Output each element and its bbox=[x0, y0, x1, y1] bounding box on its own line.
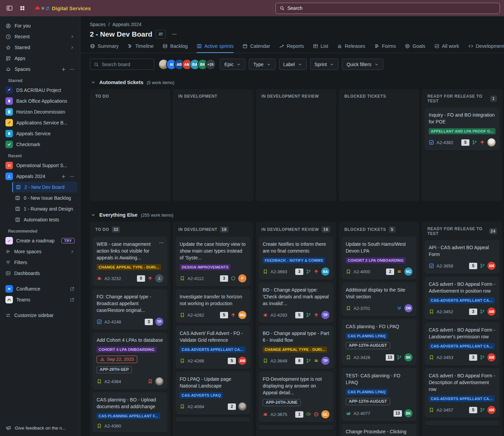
issue-card[interactable]: Update the case history view to show mai… bbox=[176, 237, 250, 286]
assignee-avatar[interactable]: GL bbox=[321, 410, 329, 418]
assignee-avatar[interactable]: OR bbox=[404, 304, 412, 312]
issue-card[interactable]: Investigate transfer to horizon not work… bbox=[176, 289, 250, 323]
global-search-input[interactable] bbox=[287, 5, 496, 11]
assignee-avatar[interactable]: BK bbox=[404, 409, 412, 417]
assignee-avatar[interactable]: AM bbox=[238, 357, 246, 365]
board-search[interactable] bbox=[90, 59, 154, 70]
issue-card[interactable]: BO - Change appeal type - Part 6 - Inval… bbox=[259, 326, 334, 369]
ellipsis-icon[interactable] bbox=[69, 174, 75, 179]
assignee-avatar[interactable]: AM bbox=[487, 262, 496, 270]
breadcrumb-project[interactable]: Appeals 2024 bbox=[113, 22, 142, 27]
breadcrumb-spaces[interactable]: Spaces bbox=[90, 22, 106, 27]
issue-card[interactable]: BO - Change Appeal type: 'Check details … bbox=[259, 282, 334, 323]
sidebar-space-appeals-2024[interactable]: Appeals 2024 bbox=[3, 171, 77, 182]
app-switcher-button[interactable] bbox=[17, 3, 28, 14]
app-logo[interactable]: Digital Services bbox=[35, 5, 91, 11]
issue-card[interactable]: API - CAS advert BO Appeal FormA2-38585A… bbox=[425, 240, 500, 274]
sidebar-item-teams[interactable]: Teams bbox=[3, 294, 77, 305]
global-search[interactable] bbox=[276, 3, 500, 14]
sidebar-project-item[interactable]: Back Office Applications bbox=[3, 96, 77, 106]
assignee-avatar[interactable]: AM bbox=[487, 308, 496, 316]
issue-card[interactable]: CAS planning - BO - Upload documents and… bbox=[93, 392, 167, 433]
sidebar-board-item[interactable]: 1 - Runway and Design bbox=[12, 203, 77, 214]
sidebar-project-item[interactable]: Horizon Decommission bbox=[3, 106, 77, 117]
issue-card[interactable]: Create Notifies to inform there are no f… bbox=[259, 237, 334, 280]
issue-card[interactable]: WEB - case management action links not v… bbox=[93, 237, 167, 286]
plus-icon[interactable] bbox=[61, 174, 66, 179]
assignee-avatar[interactable]: BK bbox=[404, 353, 412, 361]
avatar-overflow[interactable]: +26 bbox=[206, 60, 215, 69]
filter-dropdown-label[interactable]: Label bbox=[279, 59, 307, 70]
sidebar-project-item[interactable]: Operational Support S... bbox=[3, 160, 77, 171]
swimlane-header[interactable]: Everything Else(255 work items) bbox=[90, 209, 504, 222]
ellipsis-icon[interactable] bbox=[69, 67, 75, 72]
tab-backlog[interactable]: Backlog bbox=[162, 43, 188, 53]
sidebar-item-apps[interactable]: Apps bbox=[3, 53, 77, 64]
tab-summary[interactable]: Summary bbox=[90, 43, 119, 53]
issue-card[interactable]: Inquiry - FO and BO integration for POEA… bbox=[425, 107, 500, 151]
issue-card[interactable]: FO: Change appeal type - Broadcast appel… bbox=[93, 289, 167, 330]
sidebar-board-item[interactable]: 2 - New Dev Board bbox=[12, 182, 77, 193]
issue-card[interactable]: FO LPAQ - Update page National Landscape… bbox=[176, 372, 250, 415]
assignee-avatar[interactable]: NG bbox=[404, 267, 412, 276]
sidebar-item-recent[interactable]: Recent bbox=[3, 31, 77, 42]
sidebar-project-item[interactable]: DS ACR/BAU Project bbox=[3, 85, 77, 96]
tab-active-sprints[interactable]: Active sprints bbox=[197, 43, 234, 53]
issue-card[interactable] bbox=[425, 421, 500, 425]
sidebar-toggle-button[interactable] bbox=[4, 3, 15, 14]
tab-timeline[interactable]: Timeline bbox=[127, 43, 154, 53]
tab-goals[interactable]: Goals bbox=[405, 43, 425, 53]
sidebar-item-more-spaces[interactable]: More spaces bbox=[3, 246, 77, 257]
card-menu-button[interactable] bbox=[159, 240, 164, 247]
sidebar-item-starred[interactable]: Starred bbox=[3, 42, 77, 53]
assignee-avatar[interactable] bbox=[238, 402, 246, 411]
issue-card[interactable]: Update to South Hams/West Devon LPACOHOR… bbox=[342, 237, 417, 280]
sidebar-item-spaces[interactable]: Spaces bbox=[3, 64, 77, 75]
chevron-down-icon[interactable] bbox=[90, 212, 96, 218]
sidebar-item-filters[interactable]: Filters bbox=[3, 257, 77, 268]
sidebar-item-create-roadmap[interactable]: Create a roadmapTRY bbox=[3, 235, 77, 246]
issue-card[interactable] bbox=[259, 425, 334, 430]
assignee-avatar[interactable] bbox=[155, 377, 163, 385]
swimlane-header[interactable]: Automated tickets(5 work items) bbox=[90, 76, 504, 89]
give-feedback-button[interactable]: Give feedback on the n... bbox=[0, 420, 80, 436]
issue-card[interactable]: Change Procedure - Clicking on Change li… bbox=[342, 424, 417, 436]
tab-calendar[interactable]: Calendar bbox=[242, 43, 270, 53]
sidebar-item-dashboards[interactable]: Dashboards bbox=[3, 268, 77, 279]
assignee-avatar[interactable]: AM bbox=[487, 406, 496, 414]
assignee-avatar[interactable]: TP bbox=[321, 357, 329, 365]
sidebar-board-item[interactable]: Automation tests bbox=[12, 214, 77, 225]
filter-dropdown-quick-filters[interactable]: Quick filters bbox=[342, 59, 383, 70]
assignee-avatar[interactable]: MG bbox=[238, 311, 246, 319]
assignee-avatar[interactable]: AM bbox=[487, 353, 496, 361]
tab-releases[interactable]: Releases bbox=[337, 43, 365, 53]
assignee-avatar[interactable]: TP bbox=[321, 311, 329, 319]
assignee-avatar[interactable]: P bbox=[238, 274, 246, 282]
tab-forms[interactable]: Forms bbox=[374, 43, 396, 53]
tab-all-work[interactable]: All work bbox=[434, 43, 459, 53]
filter-dropdown-sprint[interactable]: Sprint bbox=[310, 59, 339, 70]
issue-card[interactable]: CAS planning - FO LPAQCAS PLANING LPAQAP… bbox=[342, 319, 417, 365]
issue-card[interactable]: CAS advert - BO Appeal Form - Descriptio… bbox=[425, 368, 500, 418]
assignee-avatar[interactable]: BA bbox=[321, 267, 329, 276]
sidebar-item-customize[interactable]: Customize sidebar bbox=[3, 310, 77, 321]
filter-dropdown-epic[interactable]: Epic bbox=[220, 59, 245, 70]
filter-dropdown-type[interactable]: Type bbox=[249, 59, 275, 70]
sidebar-project-item[interactable]: Appeals Service bbox=[3, 128, 77, 139]
sidebar-item-for-you[interactable]: For you bbox=[3, 20, 77, 31]
assignee-avatar[interactable]: TP bbox=[155, 318, 163, 326]
board-members-button[interactable] bbox=[156, 30, 166, 39]
issue-card[interactable]: Additional display to the Site Visit sec… bbox=[342, 282, 417, 316]
assignee-avatar[interactable] bbox=[155, 274, 163, 282]
issue-card[interactable]: CAS Advert/ Full Advert - FO - Validate … bbox=[176, 326, 250, 369]
issue-card[interactable]: Add Cohort 4 LPAs to databaseCOHORT 4 LP… bbox=[93, 333, 167, 390]
tab-list[interactable]: List bbox=[313, 43, 328, 53]
issue-card[interactable]: FO-Development type is not displaying an… bbox=[259, 372, 334, 422]
issue-card[interactable]: CAS advert - BO Appeal Form - Advertisem… bbox=[425, 277, 500, 320]
board-more-button[interactable] bbox=[169, 30, 179, 39]
sidebar-item-confluence[interactable]: Confluence bbox=[3, 283, 77, 294]
sidebar-board-item[interactable]: 0 - New Issue Backlog bbox=[12, 193, 77, 203]
issue-card[interactable]: TEST- CAS planning - FO LPAQCAS PLANING … bbox=[342, 368, 417, 421]
issue-card[interactable]: CAS advert - BO Appeal Form - Landowner'… bbox=[425, 322, 500, 365]
plus-icon[interactable] bbox=[61, 67, 66, 72]
